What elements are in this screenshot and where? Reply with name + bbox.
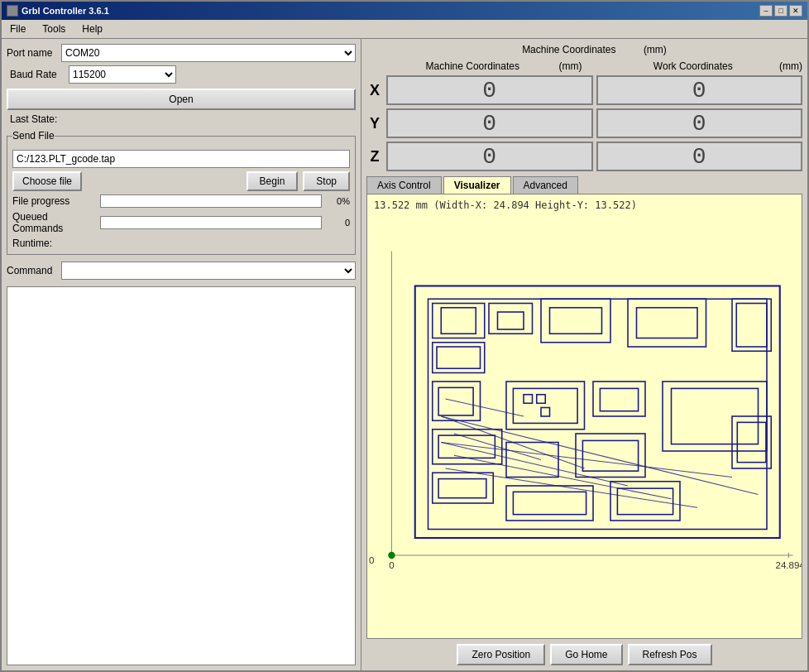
last-state-label: Last State:: [10, 113, 57, 125]
open-button[interactable]: Open: [7, 89, 356, 110]
y-axis-row: Y 0 0: [366, 108, 802, 138]
menu-tools[interactable]: Tools: [37, 22, 70, 36]
window-title: Grbl Controller 3.6.1: [22, 6, 109, 16]
machine-y-display: 0: [386, 108, 593, 138]
last-state-row: Last State:: [10, 113, 356, 125]
machine-coords-unit: (mm): [644, 44, 667, 55]
runtime-label: Runtime:: [12, 238, 62, 249]
machine-coords-label: Machine Coordinates: [522, 44, 615, 55]
queued-value: 0: [327, 218, 350, 228]
close-button[interactable]: ✕: [789, 5, 802, 17]
menu-help[interactable]: Help: [77, 22, 108, 36]
port-name-label: Port name: [7, 47, 56, 59]
tab-visualizer[interactable]: Visualizer: [443, 176, 511, 194]
machine-mm-header: (mm): [559, 60, 582, 72]
console-area: [7, 286, 356, 665]
title-buttons: – □ ✕: [759, 5, 802, 17]
coords-headers: Machine Coordinates (mm) Work Coordinate…: [366, 60, 802, 72]
baud-row: Baud Rate 115200: [10, 65, 356, 84]
machine-z-display: 0: [386, 142, 593, 171]
y-axis-label: Y: [366, 115, 383, 132]
port-row: Port name COM20: [7, 44, 356, 62]
work-mm-header: (mm): [779, 60, 802, 72]
baud-select[interactable]: 115200: [69, 65, 176, 84]
work-y-value: 0: [692, 111, 706, 137]
svg-text:0: 0: [389, 560, 394, 570]
bottom-buttons: Zero Position Go Home Refresh Pos: [366, 639, 802, 665]
tab-advanced[interactable]: Advanced: [513, 176, 578, 194]
tabs-section: Axis Control Visualizer Advanced 13.522 …: [366, 176, 802, 665]
begin-button[interactable]: Begin: [247, 171, 299, 191]
machine-x-display: 0: [386, 75, 593, 105]
runtime-row: Runtime:: [12, 238, 350, 249]
queued-bar: [100, 216, 322, 229]
file-buttons: Choose file Begin Stop: [12, 171, 350, 191]
stop-button[interactable]: Stop: [303, 171, 350, 191]
file-progress-bar: [100, 194, 322, 208]
machine-z-value: 0: [482, 144, 496, 170]
file-progress-label: File progress: [12, 195, 95, 207]
queued-commands-row: Queued Commands 0: [12, 211, 350, 234]
choose-file-button[interactable]: Choose file: [12, 171, 82, 191]
coordinates-section: Machine Coordinates (mm): [366, 44, 802, 55]
z-axis-label: Z: [366, 148, 383, 166]
tab-bar: Axis Control Visualizer Advanced: [366, 176, 802, 194]
svg-text:24.894: 24.894: [776, 560, 802, 570]
maximize-button[interactable]: □: [774, 5, 787, 17]
svg-text:0: 0: [369, 556, 374, 566]
command-row: Command: [7, 262, 356, 280]
command-label: Command: [7, 265, 56, 276]
file-progress-row: File progress 0%: [12, 194, 350, 208]
menu-file[interactable]: File: [5, 22, 31, 36]
work-y-display: 0: [596, 108, 803, 138]
file-path-input[interactable]: [12, 150, 350, 168]
work-x-display: 0: [596, 75, 803, 105]
tab-content-visualizer: 13.522 mm (Width-X: 24.894 Height-Y: 13.…: [366, 194, 802, 639]
visualizer-svg: 0 24.894 0: [367, 194, 802, 638]
command-input[interactable]: [61, 262, 356, 280]
x-axis-label: X: [366, 82, 383, 99]
work-coords-header: Work Coordinates: [607, 60, 780, 72]
z-axis-row: Z 0 0: [366, 142, 802, 171]
baud-rate-label: Baud Rate: [10, 69, 64, 80]
machine-coords-header: Machine Coordinates: [386, 60, 559, 72]
main-content: Port name COM20 Baud Rate 115200 Open La…: [2, 39, 807, 670]
send-file-legend: Send File: [12, 130, 55, 142]
left-panel: Port name COM20 Baud Rate 115200 Open La…: [2, 39, 361, 670]
tab-axis-control[interactable]: Axis Control: [366, 176, 442, 194]
visualizer-info: 13.522 mm (Width-X: 24.894 Height-Y: 13.…: [374, 199, 637, 211]
menu-bar: File Tools Help: [2, 20, 807, 39]
refresh-pos-button[interactable]: Refresh Pos: [628, 644, 712, 665]
main-window: Grbl Controller 3.6.1 – □ ✕ File Tools H…: [0, 0, 809, 672]
send-file-group: Send File Choose file Begin Stop File pr…: [7, 130, 356, 255]
title-bar-left: Grbl Controller 3.6.1: [7, 5, 109, 17]
right-panel: Machine Coordinates (mm) Machine Coordin…: [361, 39, 807, 670]
machine-y-value: 0: [482, 111, 496, 137]
work-x-value: 0: [692, 78, 706, 103]
work-z-value: 0: [692, 144, 706, 170]
app-icon: [7, 5, 18, 17]
go-home-button[interactable]: Go Home: [550, 644, 622, 665]
x-axis-row: X 0 0: [366, 75, 802, 105]
zero-position-button[interactable]: Zero Position: [457, 644, 545, 665]
svg-point-6: [388, 552, 395, 559]
minimize-button[interactable]: –: [759, 5, 773, 17]
progress-percent: 0%: [327, 196, 350, 206]
port-select[interactable]: COM20: [61, 44, 356, 62]
title-bar: Grbl Controller 3.6.1 – □ ✕: [2, 2, 807, 20]
machine-x-value: 0: [482, 78, 496, 103]
queued-label: Queued Commands: [12, 211, 95, 234]
work-z-display: 0: [596, 142, 803, 171]
